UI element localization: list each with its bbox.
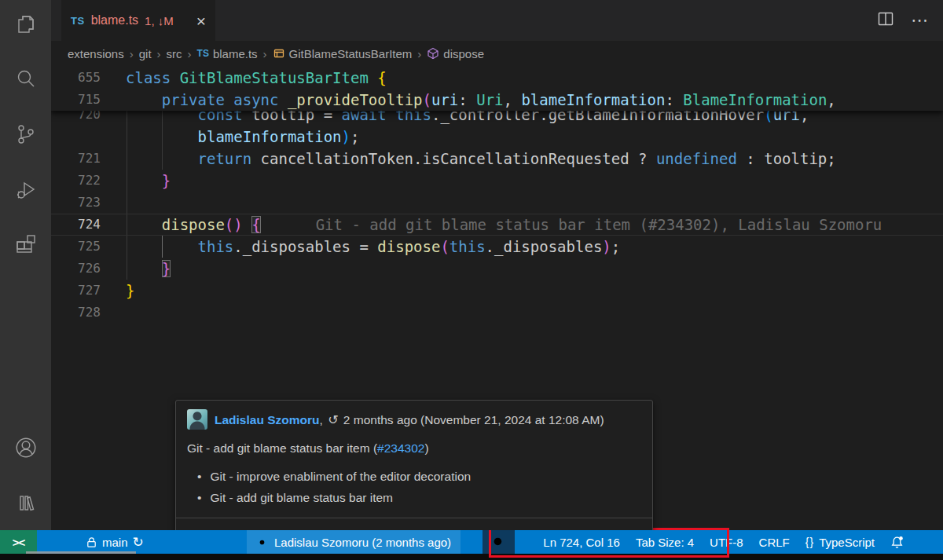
divider [176, 518, 652, 518]
code-text: } [126, 280, 134, 302]
more-actions-icon[interactable]: ⋯ [911, 10, 929, 31]
line-number: 721 [51, 148, 101, 170]
commit-time: 2 months ago (November 21, 2024 at 12:08… [343, 413, 604, 426]
sync-icon: ↻ [133, 536, 144, 549]
search-icon[interactable] [13, 66, 39, 93]
author-separator: , [320, 413, 327, 426]
insertions-count: 88 insertions(+) [276, 528, 360, 530]
git-commit-icon [256, 536, 268, 548]
history-icon: ↺ [328, 413, 338, 426]
ts-file-icon: TS [71, 15, 85, 27]
ts-file-icon: TS [197, 48, 209, 59]
status-tab-size[interactable]: Tab Size: 4 [628, 530, 702, 554]
status-bar: >< main ↻ Ladislau Szomoru (2 months ago… [0, 530, 943, 554]
tab-title: blame.ts [91, 13, 138, 27]
breadcrumb-extensions[interactable]: extensions [68, 47, 124, 60]
breadcrumb-file[interactable]: TSblame.ts [197, 47, 258, 60]
breadcrumb-method[interactable]: dispose [427, 47, 484, 60]
code-line[interactable]: 724 dispose() {Git - add git blame statu… [51, 214, 943, 236]
ui-artifact-line [26, 551, 136, 554]
code-line[interactable]: 655class GitBlameStatusBarItem { [51, 67, 943, 89]
remote-icon: >< [13, 536, 25, 549]
tab-bar: TS blame.ts 1, ↓M × ⋯ [51, 0, 943, 41]
git-blame-status-item[interactable]: Ladislau Szomoru (2 months ago) [247, 530, 460, 554]
avatar [187, 409, 207, 430]
line-number: 725 [51, 236, 101, 258]
symbol-class-icon [273, 47, 285, 60]
status-bar-right: Ln 724, Col 16 Tab Size: 4 UTF-8 CRLF {}… [535, 530, 912, 554]
line-number: 727 [51, 280, 101, 302]
source-control-icon[interactable] [13, 121, 39, 148]
status-eol[interactable]: CRLF [751, 530, 798, 554]
code-text: } [126, 170, 171, 192]
split-editor-icon[interactable] [876, 9, 895, 31]
line-number: 726 [51, 258, 101, 280]
commit-stats: 3 files changed, 88 insertions(+), 2 del… [187, 528, 641, 530]
code-line[interactable]: 728 [51, 302, 943, 324]
breadcrumb-class[interactable]: GitBlameStatusBarItem [273, 47, 413, 60]
lock-icon [86, 536, 97, 548]
code-text: dispose() {Git - add git blame status ba… [126, 214, 882, 236]
zoom-in-icon [492, 536, 505, 549]
bullet-item: •Git - add git blame status bar item [187, 487, 641, 508]
line-number: 723 [51, 192, 101, 214]
code-text: class GitBlameStatusBarItem { [126, 67, 387, 89]
explorer-icon[interactable] [13, 11, 39, 38]
branch-item[interactable]: main ↻ [78, 530, 152, 554]
library-icon[interactable] [13, 489, 39, 516]
line-number: 728 [51, 302, 101, 324]
code-line[interactable]: 726 } [51, 258, 943, 280]
account-icon[interactable] [13, 434, 39, 461]
deletions-count: 2 deletions(-) [367, 528, 438, 530]
status-encoding[interactable]: UTF-8 [702, 530, 751, 554]
window-bottom-edge [0, 554, 943, 560]
code-text: this._disposables = dispose(this._dispos… [126, 236, 620, 258]
breadcrumb-separator: › [130, 47, 134, 60]
run-debug-icon[interactable] [13, 176, 39, 203]
blame-author-label: Ladislau Szomoru (2 months ago) [274, 536, 451, 549]
extensions-icon[interactable] [13, 231, 39, 258]
code-line[interactable]: 721 return cancellationToken.isCancellat… [51, 148, 943, 170]
code-text: return cancellationToken.isCancellationR… [126, 148, 836, 170]
status-notifications[interactable] [882, 530, 912, 554]
code-line[interactable]: 722 } [51, 170, 943, 192]
inline-blame-annotation: Git - add git blame status bar item (#23… [261, 216, 882, 233]
status-cursor-position[interactable]: Ln 724, Col 16 [535, 530, 628, 554]
zoom-status-item[interactable] [483, 530, 515, 554]
sticky-scroll[interactable]: 655class GitBlameStatusBarItem {715 priv… [51, 66, 943, 111]
editor-actions: ⋯ [876, 0, 943, 41]
tab-badge: 1, ↓M [145, 14, 174, 27]
commit-bullets: •Git - improve enabliment of the editor … [187, 466, 641, 508]
branch-name: main [102, 536, 128, 549]
activity-bar [0, 0, 51, 530]
line-number: 655 [51, 67, 101, 89]
breadcrumb-git[interactable]: git [139, 47, 152, 60]
braces-icon: {} [805, 536, 814, 548]
line-number: 715 [51, 89, 101, 111]
tab-blame-ts[interactable]: TS blame.ts 1, ↓M × [61, 0, 215, 41]
code-text: blameInformation); [126, 126, 359, 148]
bullet-item: •Git - improve enabliment of the editor … [187, 466, 641, 487]
breadcrumb-src[interactable]: src [167, 47, 182, 60]
code-text: } [126, 258, 171, 280]
author-link[interactable]: Ladislau Szomoru [215, 413, 320, 426]
code-line[interactable]: 715 private async _provideTooltip(uri: U… [51, 89, 943, 111]
remote-indicator[interactable]: >< [0, 530, 37, 554]
code-line[interactable]: 725 this._disposables = dispose(this._di… [51, 236, 943, 258]
code-editor[interactable]: 720 const tooltip = await this._controll… [51, 66, 943, 530]
code-line[interactable]: 727} [51, 280, 943, 302]
line-number [51, 126, 101, 148]
code-line[interactable]: blameInformation); [51, 126, 943, 148]
tab-close-icon[interactable]: × [196, 13, 206, 29]
commit-message: Git - add git blame status bar item (#23… [187, 441, 641, 456]
code-text: private async _provideTooltip(uri: Uri, … [126, 89, 836, 111]
breadcrumb-separator: › [417, 47, 421, 60]
breadcrumb-separator: › [263, 47, 267, 60]
vscode-window: TS blame.ts 1, ↓M × ⋯ extensions › git ›… [0, 0, 943, 560]
issue-link[interactable]: #234302 [377, 441, 424, 455]
line-number: 724 [51, 214, 101, 236]
git-blame-hover: Ladislau Szomoru, ↺ 2 months ago (Novemb… [175, 400, 653, 530]
code-line[interactable]: 723 [51, 192, 943, 214]
line-number: 722 [51, 170, 101, 192]
status-language[interactable]: {} TypeScript [798, 530, 882, 554]
